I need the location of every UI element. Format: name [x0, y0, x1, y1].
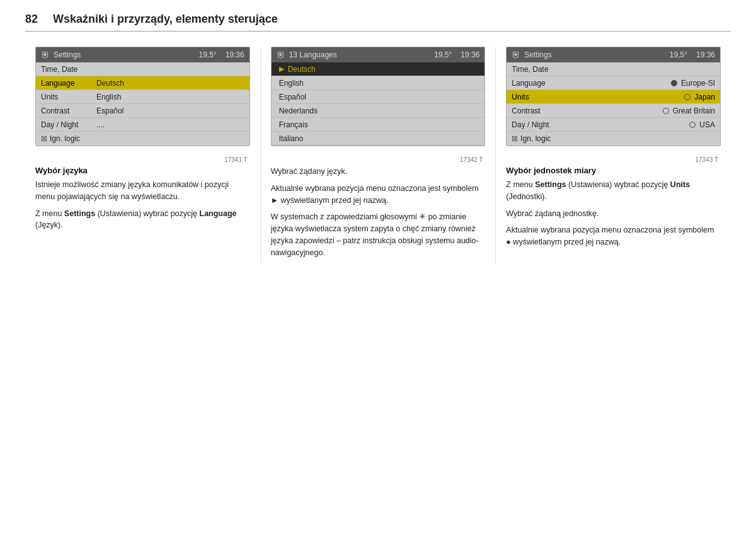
lang-item-francais: Français	[272, 118, 485, 132]
settings-icon-1: ⛨	[41, 50, 50, 60]
screen-1-image-number: 17341 T	[35, 155, 250, 163]
menu-row-ign-1: ☒ Ign. logic	[36, 132, 249, 146]
lang-item-nederlands: Nederlands	[272, 104, 485, 118]
bold-settings-3: Settings	[535, 180, 566, 189]
column-2: ⛨ 13 Languages 19,5° 19:36 ▶ Deutsch Eng…	[261, 47, 496, 263]
text-section-1: Wybór języka Istnieje możliwość zmiany j…	[35, 166, 250, 231]
menu-row-time-date-1: Time, Date	[36, 62, 249, 76]
para-3-3: Aktualnie wybrana pozycja menu oznaczona…	[506, 224, 721, 248]
para-3-1: Z menu Settings (Ustawienia) wybrać pozy…	[506, 179, 721, 203]
menu-row-language-3: Language Europe-SI	[507, 76, 720, 90]
screen-3: ⛨ Settings 19,5° 19:36 Time, Date Langua…	[506, 47, 721, 146]
para-2-2: Aktualnie wybrana pozycja menu oznaczona…	[271, 183, 486, 207]
para-1-1: Istnieje możliwość zmiany języka komunik…	[35, 179, 250, 203]
radio-japan	[684, 94, 690, 100]
menu-row-units-3: Units Japan	[507, 90, 720, 104]
page-header: 82 Wskaźniki i przyrządy, elementy steru…	[25, 13, 731, 32]
screen-2-body: ▶ Deutsch English Español Nederlands Fra…	[272, 62, 485, 146]
screen-2-time: 19:36	[461, 50, 479, 59]
menu-row-contrast-1: Contrast Español	[36, 104, 249, 118]
para-2-3: W systemach z zapowiedziami głosowymi ✳ …	[271, 211, 486, 258]
radio-usa	[689, 122, 696, 128]
screen-2-temp: 19,5°	[434, 50, 452, 59]
screen-3-temp: 19,5°	[670, 50, 687, 59]
screen-3-header: ⛨ Settings 19,5° 19:36	[507, 47, 720, 62]
screen-1-body: Time, Date Language Deutsch Units Englis…	[36, 62, 249, 146]
column-3: ⛨ Settings 19,5° 19:36 Time, Date Langua…	[496, 47, 731, 263]
menu-row-language-1: Language Deutsch	[36, 76, 249, 90]
page-number: 82	[25, 13, 38, 26]
lang-item-espanol: Español	[272, 90, 485, 104]
text-section-2: Wybrać żądany język. Aktualnie wybrana p…	[271, 166, 486, 258]
screen-1-header: ⛨ Settings 19,5° 19:36	[36, 47, 249, 62]
content-area: ⛨ Settings 19,5° 19:36 Time, Date Langua…	[25, 47, 731, 263]
play-icon: ▶	[279, 65, 284, 73]
menu-row-units-1: Units English	[36, 90, 249, 104]
bold-language-1: Language	[200, 209, 237, 218]
heading-1: Wybór języka	[35, 166, 250, 175]
checkbox-icon-1: ☒	[41, 135, 47, 143]
menu-row-ign-3: ☒ Ign. logic	[507, 132, 720, 146]
screen-2-header: ⛨ 13 Languages 19,5° 19:36	[272, 47, 485, 62]
screen-3-body: Time, Date Language Europe-SI Units Japa…	[507, 62, 720, 146]
menu-row-time-date-3: Time, Date	[507, 62, 720, 76]
radio-great-britain	[663, 108, 669, 114]
para-3-2: Wybrać żądaną jednostkę.	[506, 208, 721, 220]
lang-item-deutsch: ▶ Deutsch	[272, 62, 485, 76]
screen-2-title: 13 Languages	[289, 50, 430, 59]
lang-item-english: English	[272, 76, 485, 90]
screen-1-time: 19:36	[226, 50, 244, 59]
settings-icon-2: ⛨	[277, 50, 285, 60]
screen-2-image-number: 17342 T	[271, 155, 486, 163]
heading-3: Wybór jednostek miary	[506, 166, 721, 175]
bold-settings-1: Settings	[64, 209, 95, 218]
checkbox-icon-3: ☒	[512, 135, 518, 143]
screen-1: ⛨ Settings 19,5° 19:36 Time, Date Langua…	[35, 47, 250, 146]
screen-2: ⛨ 13 Languages 19,5° 19:36 ▶ Deutsch Eng…	[271, 47, 486, 146]
menu-row-daynight-3: Day / Night USA	[507, 118, 720, 132]
screen-1-title: Settings	[54, 50, 195, 59]
column-1: ⛨ Settings 19,5° 19:36 Time, Date Langua…	[25, 47, 261, 263]
radio-europe-si	[671, 80, 677, 86]
lang-item-italiano: Italiano	[272, 132, 485, 146]
screen-3-time: 19:36	[696, 50, 715, 59]
screen-3-image-number: 17343 T	[506, 155, 721, 163]
menu-row-contrast-3: Contrast Great Britain	[507, 104, 720, 118]
screen-1-temp: 19,5°	[198, 50, 216, 59]
settings-icon-3: ⛨	[512, 50, 520, 60]
page-title: Wskaźniki i przyrządy, elementy sterując…	[53, 13, 278, 26]
screen-3-title: Settings	[524, 50, 665, 59]
para-1-2: Z menu Settings (Ustawienia) wybrać pozy…	[35, 208, 250, 232]
para-2-1: Wybrać żądany język.	[271, 166, 486, 178]
menu-row-daynight-1: Day / Night ....	[36, 118, 249, 132]
text-section-3: Wybór jednostek miary Z menu Settings (U…	[506, 166, 721, 248]
bold-units-3: Units	[670, 180, 690, 189]
